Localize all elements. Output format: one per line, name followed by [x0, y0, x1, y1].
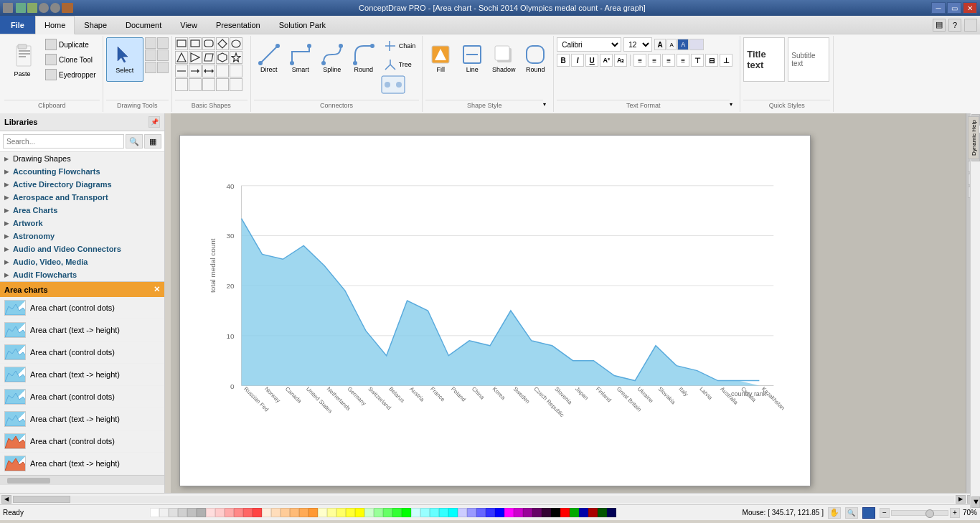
- template-item-6[interactable]: Area chart (text -> height): [0, 408, 164, 430]
- color-swatch[interactable]: [532, 508, 542, 517]
- shape-tri[interactable]: [175, 51, 188, 64]
- align-justify-btn[interactable]: ≡: [677, 54, 689, 67]
- tree-button[interactable]: Tree: [380, 56, 420, 73]
- sidebar-item-drawing-shapes[interactable]: ▶ Drawing Shapes: [0, 152, 164, 165]
- color-swatch[interactable]: [234, 508, 243, 517]
- minimize-button[interactable]: ─: [931, 2, 946, 14]
- shape-rect2[interactable]: [189, 37, 202, 50]
- sidebar-item-area-charts[interactable]: ▶ Area Charts: [0, 204, 164, 217]
- color-swatch[interactable]: [364, 508, 374, 517]
- tool-btn-5[interactable]: [145, 62, 156, 73]
- sidebar-item-accounting[interactable]: ▶ Accounting Flowcharts: [0, 165, 164, 178]
- color-swatch[interactable]: [262, 508, 271, 517]
- eyedropper-button[interactable]: Eyedropper: [42, 67, 100, 82]
- decrease-font-btn[interactable]: A: [666, 39, 677, 50]
- align-top-btn[interactable]: ⊤: [691, 54, 704, 67]
- shape-diamond[interactable]: [216, 37, 229, 50]
- tool-btn-1[interactable]: [145, 37, 156, 49]
- color-swatch[interactable]: [420, 508, 430, 517]
- color-swatch[interactable]: [486, 508, 495, 517]
- superscript-btn[interactable]: A²: [600, 54, 613, 67]
- color-swatch[interactable]: [458, 508, 467, 517]
- shape-star[interactable]: [230, 51, 242, 64]
- italic-button[interactable]: I: [571, 54, 584, 67]
- color-swatch[interactable]: [318, 508, 327, 517]
- color-swatch[interactable]: [159, 508, 169, 517]
- canvas-scroll[interactable]: total medal count 40 30 20 10: [165, 113, 966, 493]
- align-right-btn[interactable]: ≡: [662, 54, 675, 67]
- duplicate-button[interactable]: Duplicate: [42, 37, 100, 52]
- ribbon-layout-btn[interactable]: ▤: [933, 19, 946, 32]
- sidebar-item-astronomy[interactable]: ▶ Astronomy: [0, 230, 164, 242]
- color-swatch[interactable]: [271, 508, 281, 517]
- chain-button[interactable]: Chain: [380, 37, 420, 55]
- color-swatch[interactable]: [607, 508, 616, 517]
- shape-style-expand[interactable]: ▾: [543, 101, 550, 108]
- color-swatch[interactable]: [178, 508, 187, 517]
- tab-view[interactable]: View: [171, 16, 207, 34]
- tab-document[interactable]: Document: [116, 16, 171, 34]
- tab-file[interactable]: File: [0, 16, 35, 34]
- shape-dbl-arrow[interactable]: [202, 65, 215, 77]
- title-style-button[interactable]: Title text: [743, 37, 785, 82]
- color-swatch[interactable]: [327, 508, 336, 517]
- color-swatch[interactable]: [253, 508, 262, 517]
- help-btn[interactable]: ?: [948, 19, 961, 32]
- shape-circle[interactable]: [230, 37, 242, 50]
- color-swatch[interactable]: [476, 508, 486, 517]
- color-swatch[interactable]: [560, 508, 570, 517]
- h-scroll-right[interactable]: ▶: [956, 495, 966, 504]
- subtitle-style-button[interactable]: Subtitle text: [788, 37, 829, 82]
- tab-presentation[interactable]: Presentation: [207, 16, 270, 34]
- pin-button[interactable]: 📌: [149, 116, 160, 128]
- h-scroll-track[interactable]: [13, 496, 954, 503]
- shadow-button[interactable]: Shadow: [489, 37, 519, 79]
- template-item-5[interactable]: Area chart (control dots): [0, 386, 164, 408]
- shape-arrow[interactable]: [189, 65, 202, 77]
- library-close-button[interactable]: ✕: [154, 285, 160, 294]
- tab-home[interactable]: Home: [35, 16, 75, 34]
- template-item-8[interactable]: Area chart (text -> height): [0, 453, 164, 475]
- color-swatch[interactable]: [243, 508, 253, 517]
- color-swatch[interactable]: [290, 508, 299, 517]
- increase-font-btn[interactable]: A: [654, 39, 666, 50]
- color-swatch[interactable]: [551, 508, 560, 517]
- canvas-document[interactable]: total medal count 40 30 20 10: [179, 135, 811, 486]
- color-swatch[interactable]: [215, 508, 225, 517]
- tab-shape[interactable]: Shape: [75, 16, 116, 34]
- zoom-slider[interactable]: [891, 510, 948, 516]
- smart-button[interactable]: Smart: [286, 37, 316, 79]
- tab-solutionpark[interactable]: Solution Park: [270, 16, 335, 34]
- sidebar-item-audio-video-media[interactable]: ▶ Audio, Video, Media: [0, 255, 164, 268]
- color-swatch[interactable]: [504, 508, 514, 517]
- color-swatch[interactable]: [579, 508, 588, 517]
- shape-line[interactable]: [175, 65, 188, 77]
- select-button[interactable]: Select: [106, 37, 143, 82]
- color-swatch[interactable]: [588, 508, 598, 517]
- font-family-select[interactable]: Calibri: [557, 37, 621, 52]
- color-swatch[interactable]: [383, 508, 392, 517]
- color-swatch[interactable]: [392, 508, 402, 517]
- hand-tool[interactable]: ✋: [828, 507, 841, 519]
- fill-button[interactable]: Fill: [425, 37, 456, 79]
- paste-button[interactable]: Paste: [4, 37, 40, 82]
- color-swatch[interactable]: [197, 508, 206, 517]
- template-item-4[interactable]: Area chart (text -> height): [0, 364, 164, 386]
- subscript-btn[interactable]: A₂: [614, 54, 627, 67]
- underline-button[interactable]: U: [585, 54, 598, 67]
- zoom-thumb[interactable]: [925, 509, 934, 518]
- template-item-3[interactable]: Area chart (control dots): [0, 341, 164, 364]
- shape-extra5[interactable]: [202, 78, 215, 91]
- h-scroll-thumb[interactable]: [13, 496, 70, 503]
- search-button[interactable]: 🔍: [126, 134, 143, 149]
- color-swatch[interactable]: [187, 508, 197, 517]
- sidebar-hscroll[interactable]: [0, 475, 164, 485]
- zoom-out-btn[interactable]: −: [880, 508, 890, 518]
- color-swatch[interactable]: [448, 508, 458, 517]
- font-size-select[interactable]: 12: [623, 37, 652, 52]
- template-item-1[interactable]: Area chart (control dots): [0, 297, 164, 319]
- direct-button[interactable]: Direct: [254, 37, 284, 79]
- color-swatch[interactable]: [206, 508, 215, 517]
- sidebar-item-artwork[interactable]: ▶ Artwork: [0, 217, 164, 230]
- h-scroll-left[interactable]: ◀: [1, 495, 11, 504]
